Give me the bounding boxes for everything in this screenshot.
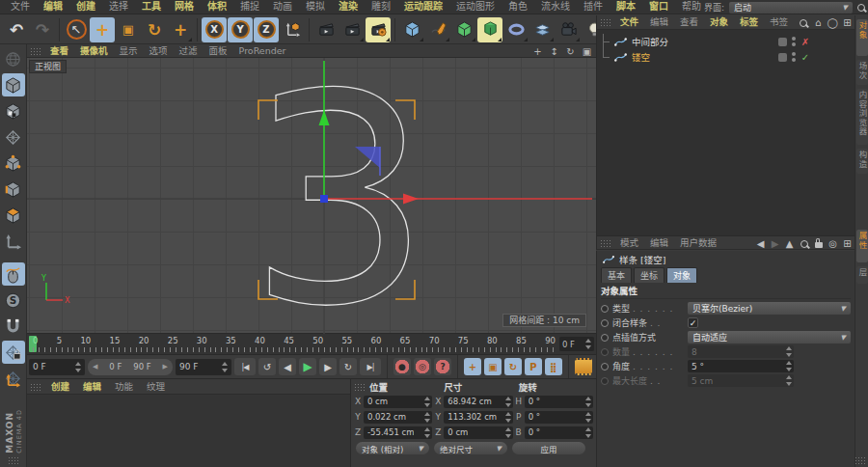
attributes-menu-用户数据[interactable]: 用户数据 [674,236,722,250]
deformers-icon[interactable] [503,17,529,42]
coord-system-icon[interactable] [280,17,305,42]
forward-icon[interactable]: ▶ [770,238,780,249]
anim-dot-icon[interactable] [601,305,609,313]
type-dropdown[interactable]: 贝塞尔(Bezier)▼ [688,302,851,315]
tab-坐标[interactable]: 坐标 [634,267,665,283]
object-manager-menu-查看[interactable]: 查看 [674,15,704,29]
anim-dot-icon[interactable] [601,334,609,342]
interface-select[interactable]: 启动 ▼ [729,2,853,14]
menu-选择[interactable]: 选择 [102,0,135,14]
object-manager-menu-书签[interactable]: 书签 [764,15,794,29]
panel-grip[interactable] [30,47,41,55]
x-axis-lock-icon[interactable]: X [202,17,227,42]
apply-button[interactable]: 应用 [512,442,585,454]
viewport-menu-过滤[interactable]: 过滤 [174,44,203,58]
anim-dot-icon[interactable] [601,363,609,371]
attributes-menu-模式[interactable]: 模式 [614,236,644,250]
rotate-view-icon[interactable]: ↻ [564,46,577,57]
key-scale-icon[interactable]: ▣ [484,358,502,375]
size-x-field[interactable]: 68.942 cm [444,396,512,408]
home-icon[interactable]: ⌂ [813,17,824,28]
current-frame-field[interactable]: 0 F [29,359,85,375]
goto-end-icon[interactable]: ▶| [360,358,381,375]
undo-icon[interactable]: ↶ [4,17,29,42]
render-picture-viewer-icon[interactable] [339,17,365,42]
object-manager-menu-文件[interactable]: 文件 [614,15,644,29]
axis-mode-icon[interactable] [2,230,25,253]
object-row[interactable]: 中间部分 ✗ [597,34,854,49]
focus-icon[interactable]: ◎ [827,238,838,249]
end-frame-field[interactable]: 90 F [176,359,231,375]
workplane-mode-icon[interactable] [2,125,25,149]
lock-icon[interactable] [813,239,824,248]
ruler-frame-field[interactable]: 0 F [559,337,594,351]
generators-icon[interactable] [451,17,476,42]
key-pla-icon[interactable]: ⣿ [545,358,562,375]
range-right-arrow-icon[interactable]: ▶ [163,363,168,371]
modeling-tools-icon[interactable] [477,17,502,42]
viewport-menu-查看[interactable]: 查看 [44,44,74,58]
menu-渲染[interactable]: 渲染 [332,0,365,14]
last-tool-icon[interactable]: + [168,17,193,42]
search-icon[interactable] [857,4,865,12]
menu-角色[interactable]: 角色 [502,0,534,14]
position-z-field[interactable]: -55.451 cm [364,426,432,439]
vertical-tab-属性[interactable]: 属性 [856,230,868,262]
texture-mode-icon[interactable] [2,99,25,123]
add-tab-icon[interactable]: ⊞ [842,238,853,249]
search-icon[interactable] [799,19,809,27]
menu-雕刻[interactable]: 雕刻 [365,0,397,14]
menu-脚本[interactable]: 脚本 [610,0,642,14]
layer-icon[interactable] [778,53,787,62]
object-manager-menu-编辑[interactable]: 编辑 [644,15,674,29]
motion-system-icon[interactable] [575,358,592,375]
add-primitive-cube-icon[interactable] [399,17,424,42]
up-icon[interactable]: ▲ [784,238,795,249]
planar-workplane-icon[interactable] [2,367,25,390]
range-left-arrow-icon[interactable]: ◀ [93,363,97,371]
rotation-b-field[interactable]: 0 ° [525,426,593,439]
rotate-tool-icon[interactable]: ↻ [142,17,167,42]
interpolation-dropdown[interactable]: 自动适应▼ [688,331,851,343]
layer-icon[interactable] [778,38,787,46]
vertical-tab-场次[interactable]: 场次 [856,60,868,85]
prev-key-icon[interactable]: ↺ [258,358,276,375]
size-mode-dropdown[interactable]: 绝对尺寸▼ [434,442,507,454]
scale-tool-icon[interactable]: ▣ [116,17,141,42]
object-name[interactable]: 中间部分 [632,35,778,48]
position-y-field[interactable]: 0.022 cm [364,411,432,424]
menu-窗口[interactable]: 窗口 [642,0,675,14]
tweak-mode-icon[interactable] [2,262,25,286]
materials-menu-编辑[interactable]: 编辑 [76,380,108,394]
z-axis-lock-icon[interactable]: Z [254,17,279,42]
object-name[interactable]: 镂空 [632,50,778,64]
menu-插件[interactable]: 插件 [577,0,610,14]
menu-体积[interactable]: 体积 [201,0,233,14]
object-manager-menu-对象[interactable]: 对象 [704,15,734,29]
snap-icon[interactable] [2,315,25,338]
filter-icon[interactable]: ◯ [827,17,838,28]
record-keyframe-icon[interactable]: ● [393,358,411,375]
key-position-icon[interactable]: + [464,358,481,375]
next-key-icon[interactable]: ↻ [339,358,357,375]
menu-模拟[interactable]: 模拟 [299,0,332,14]
visibility-dots-icon[interactable] [792,52,796,62]
next-frame-icon[interactable]: ▶ [319,358,337,375]
prev-frame-icon[interactable]: ◀ [279,358,296,375]
materials-menu-创建[interactable]: 创建 [44,380,76,394]
panel-grip[interactable] [354,383,366,391]
panel-grip[interactable] [30,383,41,391]
spline-object-icon[interactable] [613,50,628,65]
stepper-icon[interactable] [221,362,228,372]
menu-创建[interactable]: 创建 [69,0,102,14]
menu-运动图形[interactable]: 运动图形 [449,0,502,14]
object-row-selected[interactable]: 镂空 ✓ [597,49,854,65]
keyframe-options-icon[interactable]: ? [434,358,451,375]
panel-grip[interactable] [600,18,611,26]
move-tool-icon[interactable]: + [90,17,115,42]
key-parameter-icon[interactable]: P [525,358,542,375]
position-x-field[interactable]: 0 cm [364,396,432,408]
environment-icon[interactable] [529,17,555,42]
key-rotation-icon[interactable]: ↻ [504,358,522,375]
menu-文件[interactable]: 文件 [4,0,37,14]
